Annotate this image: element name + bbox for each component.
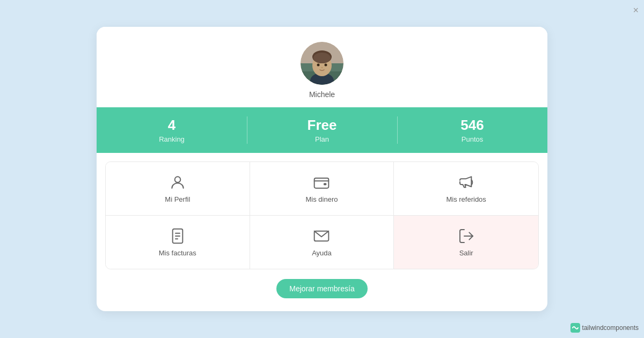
upgrade-button[interactable]: Mejorar membresía xyxy=(276,279,367,298)
svg-point-7 xyxy=(313,53,331,63)
avatar xyxy=(301,42,343,85)
close-button[interactable]: × xyxy=(633,5,639,15)
stat-plan: Free Plan xyxy=(247,107,397,152)
mi-perfil-label: Mi Perfil xyxy=(165,195,190,203)
menu-item-mis-facturas[interactable]: Mis facturas xyxy=(106,216,250,269)
ranking-value: 4 xyxy=(168,117,175,134)
menu-item-salir[interactable]: Salir xyxy=(394,216,538,269)
svg-rect-13 xyxy=(324,183,326,185)
username: Michele xyxy=(309,90,335,99)
stat-puntos: 546 Puntos xyxy=(397,107,547,152)
menu-item-mi-perfil[interactable]: Mi Perfil xyxy=(106,162,250,216)
branding: tailwindcomponents xyxy=(570,323,639,333)
ayuda-label: Ayuda xyxy=(312,249,332,257)
mis-dinero-label: Mis dinero xyxy=(306,195,338,203)
branding-icon xyxy=(570,323,580,333)
stats-bar: 4 Ranking Free Plan 546 Puntos xyxy=(97,107,547,152)
svg-rect-12 xyxy=(314,178,329,188)
mis-referidos-label: Mis referidos xyxy=(446,195,486,203)
card-header: Michele xyxy=(97,27,547,107)
logout-icon xyxy=(458,227,475,245)
puntos-value: 546 xyxy=(460,117,484,134)
branding-text: tailwindcomponents xyxy=(582,324,639,332)
plan-label: Plan xyxy=(315,135,329,143)
svg-point-10 xyxy=(321,67,323,68)
profile-icon xyxy=(169,174,186,191)
menu-item-mis-dinero[interactable]: Mis dinero xyxy=(250,162,394,216)
megaphone-icon xyxy=(458,174,475,191)
menu-item-mis-referidos[interactable]: Mis referidos xyxy=(394,162,538,216)
mail-icon xyxy=(313,227,330,245)
svg-point-9 xyxy=(325,64,327,67)
ranking-label: Ranking xyxy=(159,135,185,143)
invoice-icon xyxy=(169,227,186,245)
svg-point-8 xyxy=(317,64,320,67)
profile-card: Michele 4 Ranking Free Plan 546 Puntos M… xyxy=(97,27,547,311)
stat-ranking: 4 Ranking xyxy=(97,107,247,152)
plan-value: Free xyxy=(308,117,337,134)
salir-label: Salir xyxy=(459,249,473,257)
mis-facturas-label: Mis facturas xyxy=(159,249,196,257)
close-icon: × xyxy=(633,5,639,16)
wallet-icon xyxy=(313,174,330,191)
puntos-label: Puntos xyxy=(462,135,483,143)
menu-item-ayuda[interactable]: Ayuda xyxy=(250,216,394,269)
svg-point-11 xyxy=(174,177,180,182)
menu-grid: Mi Perfil Mis dinero Mis referidos xyxy=(105,161,539,269)
